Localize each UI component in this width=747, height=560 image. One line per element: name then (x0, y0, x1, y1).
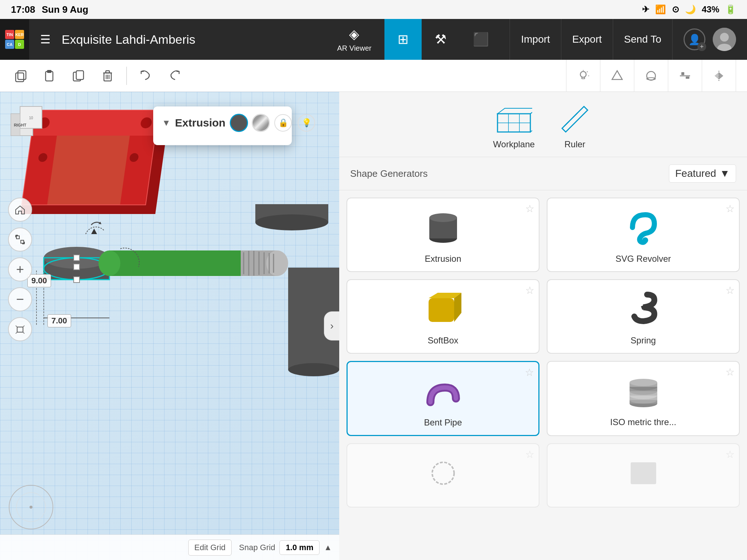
svg-rect-113 (429, 298, 454, 322)
logo-cell-tl: TIN (5, 30, 14, 39)
project-name[interactable]: Exquisite Lahdi-Amberis (62, 32, 196, 47)
tools-row: Workplane Ruler (339, 92, 747, 157)
shape-grid: ☆ Extrusion ☆ SVG Revolver (339, 190, 747, 560)
shape-tool-button[interactable] (600, 60, 634, 92)
light-button[interactable]: 💡 (298, 114, 315, 132)
dark-gray-swatch[interactable] (230, 114, 248, 132)
extrusion-label: Extrusion (425, 254, 461, 264)
grid-view-icon: ⊞ (398, 32, 409, 47)
zoom-out-button[interactable] (8, 287, 32, 311)
shape-card-bent-pipe[interactable]: ☆ Bent Pipe (347, 361, 539, 436)
softbox-icon (419, 287, 467, 331)
ar-viewer-label: AR Viewer (337, 44, 371, 52)
popup-collapse-button[interactable]: ▼ (162, 118, 171, 128)
copy-button[interactable] (7, 63, 33, 89)
svg-point-1 (720, 33, 729, 42)
paste-button[interactable] (36, 63, 62, 89)
canvas-area[interactable]: 9.00 7.00 ▼ Extrusion 🔒 💡 RIGHT 10 (0, 92, 339, 560)
redo-button[interactable] (162, 63, 187, 89)
snap-grid-label: Snap Grid (239, 543, 275, 552)
svg-text:10: 10 (29, 116, 33, 120)
shape-card-extra-1[interactable]: ☆ (347, 443, 539, 508)
header-actions: Import Export Send To (510, 19, 673, 60)
shape-card-iso-metric[interactable]: ☆ ISO metric thre... (547, 361, 740, 436)
shape-generators-title: Shape Generators (350, 168, 427, 179)
toolbar-separator-1 (126, 67, 127, 85)
shape-card-spring[interactable]: ☆ Spring (547, 279, 740, 354)
canvas-chevron-button[interactable]: › (324, 311, 339, 341)
add-user-button[interactable]: 👤 + (684, 28, 705, 50)
logo-area[interactable]: TIN KER CA D (0, 19, 29, 60)
edit-grid-button[interactable]: Edit Grid (188, 540, 232, 556)
height-dimension: 7.00 (47, 314, 71, 327)
box-view-button[interactable]: ⬛ (460, 19, 502, 60)
svg-line-91 (23, 326, 24, 327)
zoom-in-button[interactable] (8, 257, 32, 281)
hole-tool-button[interactable] (634, 60, 668, 92)
right-toolbar (339, 60, 747, 92)
svg-rect-33 (47, 136, 130, 205)
hammer-view-button[interactable]: ⚒ (422, 19, 460, 60)
svg-rect-16 (582, 77, 585, 79)
fit-view-button[interactable] (8, 228, 32, 252)
workplane-tool[interactable]: Workplane (493, 103, 535, 149)
ar-icon: ◈ (349, 27, 359, 42)
svg-rect-52 (109, 250, 255, 276)
menu-icon[interactable]: ☰ (40, 32, 51, 46)
undo-button[interactable] (133, 63, 158, 89)
nav-cube[interactable]: RIGHT 10 (7, 103, 47, 143)
extrusion-star-button[interactable]: ☆ (525, 203, 534, 215)
lock-button[interactable]: 🔒 (274, 114, 292, 132)
snap-grid-up-button[interactable]: ▲ (324, 543, 332, 552)
duplicate-button[interactable] (66, 63, 91, 89)
striped-swatch[interactable] (252, 114, 270, 132)
light-tool-button[interactable] (566, 60, 600, 92)
grid-view-button[interactable]: ⊞ (384, 19, 422, 60)
spring-icon (620, 287, 667, 331)
svg-rect-6 (47, 70, 51, 73)
svg-marker-28 (719, 72, 723, 79)
align-tool-button[interactable] (668, 60, 702, 92)
import-button[interactable]: Import (510, 19, 561, 60)
shape-card-extrusion[interactable]: ☆ Extrusion (347, 198, 539, 272)
toolbar (0, 60, 339, 92)
shape-card-svg-revolver[interactable]: ☆ SVG Revolver (547, 198, 740, 272)
ruler-tool[interactable]: Ruler (557, 103, 593, 149)
shape-card-extra-2[interactable]: ☆ (547, 443, 740, 508)
extra-1-star-button[interactable]: ☆ (525, 448, 534, 460)
workplane-icon (496, 103, 532, 136)
snap-grid-value: 1.0 mm (279, 540, 320, 555)
popup-colors (230, 114, 270, 132)
user-avatar[interactable] (713, 28, 736, 51)
svg-line-18 (587, 71, 588, 72)
mirror-tool-button[interactable] (702, 60, 736, 92)
svg-marker-27 (715, 72, 719, 79)
featured-label: Featured (675, 168, 716, 179)
wifi-icon: 📶 (655, 4, 666, 15)
time-display: 17:08 (11, 4, 35, 15)
delete-button[interactable] (95, 63, 120, 89)
moon-icon: 🌙 (685, 4, 696, 15)
shape-generators-dropdown[interactable]: Featured ▼ (669, 164, 736, 183)
bent-pipe-label: Bent Pipe (424, 417, 462, 428)
shape-card-softbox[interactable]: ☆ SoftBox (347, 279, 539, 354)
bent-pipe-star-button[interactable]: ☆ (525, 366, 534, 378)
svg-line-107 (564, 122, 569, 126)
export-button[interactable]: Export (561, 19, 613, 60)
extra-2-star-button[interactable]: ☆ (725, 448, 735, 460)
iso-metric-star-button[interactable]: ☆ (725, 366, 735, 378)
svg-rect-32 (31, 110, 159, 136)
hammer-icon: ⚒ (435, 32, 446, 47)
send-to-button[interactable]: Send To (613, 19, 673, 60)
softbox-star-button[interactable]: ☆ (525, 284, 534, 296)
user-area: 👤 + (673, 28, 747, 51)
status-bar: 17:08 Sun 9 Aug ✈ 📶 ⊙ 🌙 43% 🔋 (0, 0, 747, 19)
spring-star-button[interactable]: ☆ (725, 284, 735, 296)
ar-viewer-button[interactable]: ◈ AR Viewer (324, 19, 384, 60)
home-view-button[interactable] (8, 198, 32, 222)
softbox-label: SoftBox (427, 335, 458, 346)
perspective-button[interactable] (8, 317, 32, 341)
extra-1-icon (419, 451, 467, 495)
bottom-bar: Edit Grid Snap Grid 1.0 mm ▲ (0, 534, 339, 560)
svg-revolver-star-button[interactable]: ☆ (725, 203, 735, 215)
